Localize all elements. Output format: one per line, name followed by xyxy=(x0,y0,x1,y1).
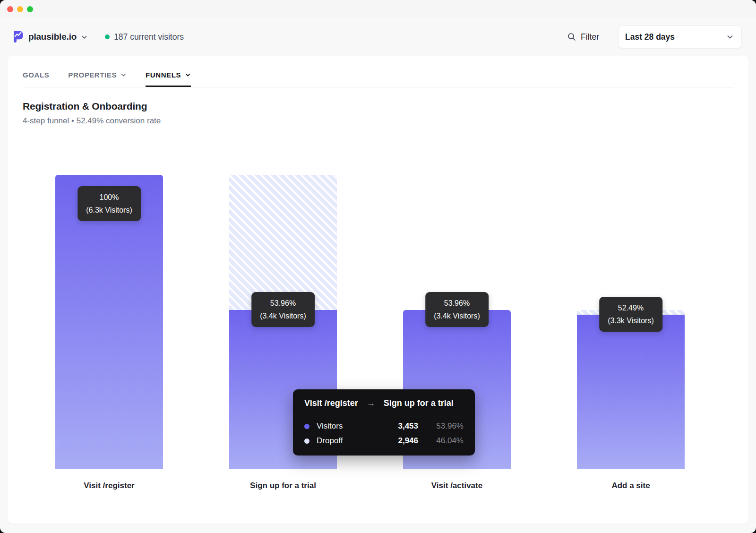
tooltip-row-label: Dropoff xyxy=(317,436,392,446)
tooltip-to-step: Sign up for a trial xyxy=(384,398,454,408)
badge-percent: 53.96% xyxy=(260,297,306,309)
minimize-window-button[interactable] xyxy=(17,6,23,12)
funnel-badge: 100% (6.3k Visitors) xyxy=(77,186,141,221)
funnel-step-1: 100% (6.3k Visitors) Visit /register xyxy=(55,175,163,490)
badge-percent: 52.49% xyxy=(608,301,654,314)
live-dot-icon xyxy=(105,34,110,39)
funnel-title: Registration & Onboarding xyxy=(23,101,733,112)
funnel-badge: 53.96% (3.4k Visitors) xyxy=(251,292,315,327)
step-label: Visit /register xyxy=(55,481,163,490)
chevron-down-icon xyxy=(185,72,191,78)
tooltip-row-value: 2,946 xyxy=(398,436,418,446)
current-visitors[interactable]: 187 current visitors xyxy=(105,32,184,42)
maximize-window-button[interactable] xyxy=(27,6,33,12)
dropoff-hatch xyxy=(229,175,337,310)
funnel-tooltip: Visit /register → Sign up for a trial Vi… xyxy=(293,389,475,456)
funnel-badge: 53.96% (3.4k Visitors) xyxy=(425,292,489,327)
tab-properties[interactable]: PROPERTIES xyxy=(68,71,127,87)
filter-button[interactable]: Filter xyxy=(567,32,599,42)
funnel-badge: 52.49% (3.3k Visitors) xyxy=(599,297,662,332)
step-label: Visit /activate xyxy=(403,481,511,490)
tooltip-row-visitors: Visitors 3,453 53.96% xyxy=(304,421,464,431)
badge-percent: 53.96% xyxy=(434,297,480,309)
site-name: plausible.io xyxy=(28,32,77,42)
report-tabs: GOALS PROPERTIES FUNNELS xyxy=(23,71,733,87)
funnel-chart: 100% (6.3k Visitors) Visit /register 53.… xyxy=(23,175,733,501)
chevron-down-icon xyxy=(726,33,734,41)
tooltip-row-dropoff: Dropoff 2,946 46.04% xyxy=(304,436,464,446)
current-visitors-label: 187 current visitors xyxy=(114,32,184,42)
arrow-right-icon: → xyxy=(367,398,375,408)
badge-visitors: (3.4k Visitors) xyxy=(434,309,480,322)
dropoff-dot-icon xyxy=(304,438,309,444)
tab-funnels-label: FUNNELS xyxy=(146,71,181,79)
date-range-select[interactable]: Last 28 days xyxy=(618,26,742,48)
funnel-step-4: 52.49% (3.3k Visitors) Add a site xyxy=(577,175,685,490)
chevron-down-icon xyxy=(120,72,127,78)
badge-percent: 100% xyxy=(86,191,132,204)
tab-goals[interactable]: GOALS xyxy=(23,71,49,87)
visitors-dot-icon xyxy=(304,424,309,429)
tooltip-divider xyxy=(304,416,464,416)
filter-label: Filter xyxy=(581,32,599,42)
funnel-subtitle: 4-step funnel • 52.49% conversion rate xyxy=(23,116,733,126)
tooltip-row-pct: 46.04% xyxy=(424,436,464,446)
tab-goals-label: GOALS xyxy=(23,71,49,79)
close-window-button[interactable] xyxy=(7,6,13,12)
site-switcher[interactable]: plausible.io xyxy=(11,30,88,44)
funnel-bar[interactable] xyxy=(577,315,685,469)
app-window: plausible.io 187 current visitors Filter… xyxy=(0,0,756,533)
date-range-value: Last 28 days xyxy=(625,32,675,42)
plausible-logo-icon xyxy=(11,30,24,44)
funnel-card: GOALS PROPERTIES FUNNELS Registration & … xyxy=(8,56,748,524)
app-header: plausible.io 187 current visitors Filter… xyxy=(0,18,756,56)
badge-visitors: (3.3k Visitors) xyxy=(608,314,654,327)
tooltip-from-step: Visit /register xyxy=(304,398,358,408)
tooltip-row-pct: 53.96% xyxy=(424,421,464,431)
badge-visitors: (3.4k Visitors) xyxy=(260,309,306,322)
search-icon xyxy=(567,32,576,42)
tab-funnels[interactable]: FUNNELS xyxy=(146,71,191,87)
tooltip-row-label: Visitors xyxy=(317,421,392,431)
badge-visitors: (6.3k Visitors) xyxy=(86,204,132,216)
step-label: Add a site xyxy=(577,481,685,490)
step-label: Sign up for a trial xyxy=(229,481,337,490)
chevron-down-icon xyxy=(81,34,88,41)
titlebar xyxy=(0,0,756,18)
tab-properties-label: PROPERTIES xyxy=(68,71,117,79)
tooltip-row-value: 3,453 xyxy=(398,421,418,431)
